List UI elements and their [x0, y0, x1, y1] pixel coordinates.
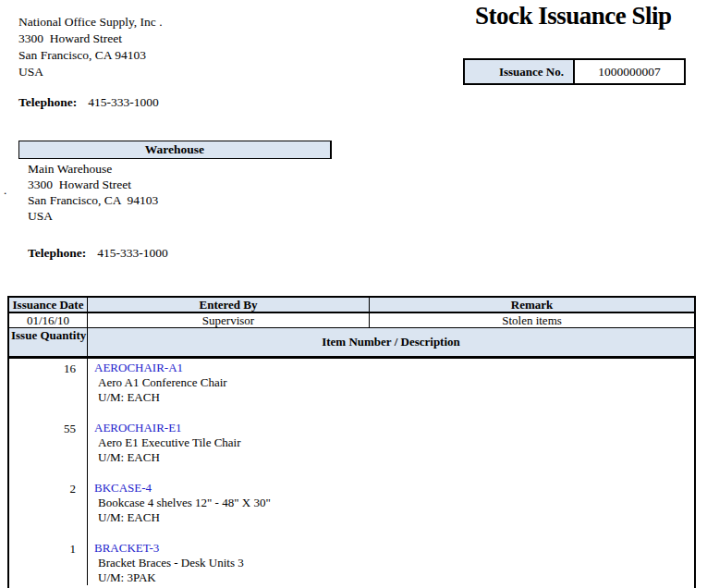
- item-uom: U/M: 3PAK: [94, 570, 244, 585]
- item-details: BKCASE-4 Bookcase 4 shelves 12" - 48" X …: [87, 481, 271, 525]
- item-description: Bookcase 4 shelves 12" - 48" X 30": [94, 496, 271, 510]
- company-phone-number: 415-333-1000: [88, 95, 159, 109]
- item-uom: U/M: EACH: [94, 390, 227, 405]
- info-header-row: Issuance Date Entered By Remark: [9, 298, 694, 313]
- item-row: 1 BRACKET-3 Bracket Braces - Desk Units …: [9, 541, 694, 585]
- item-quantity: 16: [9, 361, 87, 405]
- entered-by-value: Supervisor: [88, 313, 370, 327]
- item-row: 16 AEROCHAIR-A1 Aero A1 Conference Chair…: [9, 361, 694, 405]
- item-description: Aero E1 Executive Tile Chair: [94, 435, 241, 450]
- item-quantity: 2: [9, 481, 87, 525]
- company-address-block: National Office Supply, Inc . 3300 Howar…: [18, 14, 163, 80]
- issuance-number-box: Issuance No. 1000000007: [463, 58, 686, 85]
- company-street: 3300 Howard Street: [18, 31, 163, 47]
- items-list: 16 AEROCHAIR-A1 Aero A1 Conference Chair…: [9, 359, 694, 585]
- item-quantity: 55: [9, 421, 87, 465]
- item-number-link[interactable]: BKCASE-4: [94, 481, 271, 496]
- items-header-row: Issue Quantity Item Number / Description: [9, 328, 694, 359]
- warehouse-address-block: Main Warehouse 3300 Howard Street San Fr…: [28, 161, 158, 224]
- item-row: 55 AEROCHAIR-E1 Aero E1 Executive Tile C…: [9, 421, 694, 465]
- warehouse-city: San Francisco, CA 94103: [28, 192, 158, 208]
- item-details: AEROCHAIR-A1 Aero A1 Conference Chair U/…: [87, 361, 227, 405]
- item-number-link[interactable]: AEROCHAIR-E1: [94, 421, 241, 435]
- quantity-column-divider: [87, 359, 88, 585]
- item-uom: U/M: EACH: [94, 450, 241, 465]
- item-description: Aero A1 Conference Chair: [94, 375, 227, 390]
- item-uom: U/M: EACH: [94, 510, 271, 525]
- company-phone-line: Telephone:415-333-1000: [18, 95, 159, 110]
- company-name: National Office Supply, Inc .: [18, 14, 163, 31]
- warehouse-phone-number: 415-333-1000: [97, 246, 168, 260]
- page-title: Stock Issuance Slip: [475, 2, 672, 31]
- item-number-link[interactable]: BRACKET-3: [94, 541, 244, 556]
- item-row: 2 BKCASE-4 Bookcase 4 shelves 12" - 48" …: [9, 481, 694, 525]
- col-header-entered-by: Entered By: [88, 298, 370, 312]
- warehouse-country: USA: [28, 208, 158, 224]
- warehouse-phone-line: Telephone:415-333-1000: [28, 246, 168, 261]
- warehouse-street: 3300 Howard Street: [28, 177, 158, 192]
- warehouse-name: Main Warehouse: [28, 161, 158, 177]
- item-details: AEROCHAIR-E1 Aero E1 Executive Tile Chai…: [87, 421, 241, 465]
- info-value-row: 01/16/10 Supervisor Stolen items: [9, 313, 694, 328]
- issuance-date-value: 01/16/10: [9, 313, 88, 327]
- item-number-link[interactable]: AEROCHAIR-A1: [94, 361, 227, 375]
- item-description: Bracket Braces - Desk Units 3: [94, 556, 244, 570]
- item-details: BRACKET-3 Bracket Braces - Desk Units 3 …: [87, 541, 244, 585]
- company-phone-label: Telephone:: [18, 95, 77, 109]
- col-header-issuance-date: Issuance Date: [9, 298, 88, 312]
- col-header-item-number-description: Item Number / Description: [88, 328, 694, 356]
- warehouse-section-header: Warehouse: [18, 141, 332, 159]
- issuance-no-label: Issuance No.: [465, 60, 575, 83]
- company-country: USA: [18, 64, 163, 80]
- col-header-issue-quantity: Issue Quantity: [9, 328, 88, 356]
- company-city: San Francisco, CA 94103: [18, 47, 163, 64]
- issuance-no-value: 1000000007: [575, 60, 684, 83]
- col-header-remark: Remark: [370, 298, 694, 312]
- stray-period-mark: .: [4, 183, 6, 198]
- stock-issuance-slip-page: National Office Supply, Inc . 3300 Howar…: [0, 0, 707, 588]
- warehouse-phone-label: Telephone:: [28, 246, 86, 260]
- item-quantity: 1: [9, 541, 87, 585]
- issuance-details-table: Issuance Date Entered By Remark 01/16/10…: [7, 296, 696, 588]
- remark-value: Stolen items: [370, 313, 694, 327]
